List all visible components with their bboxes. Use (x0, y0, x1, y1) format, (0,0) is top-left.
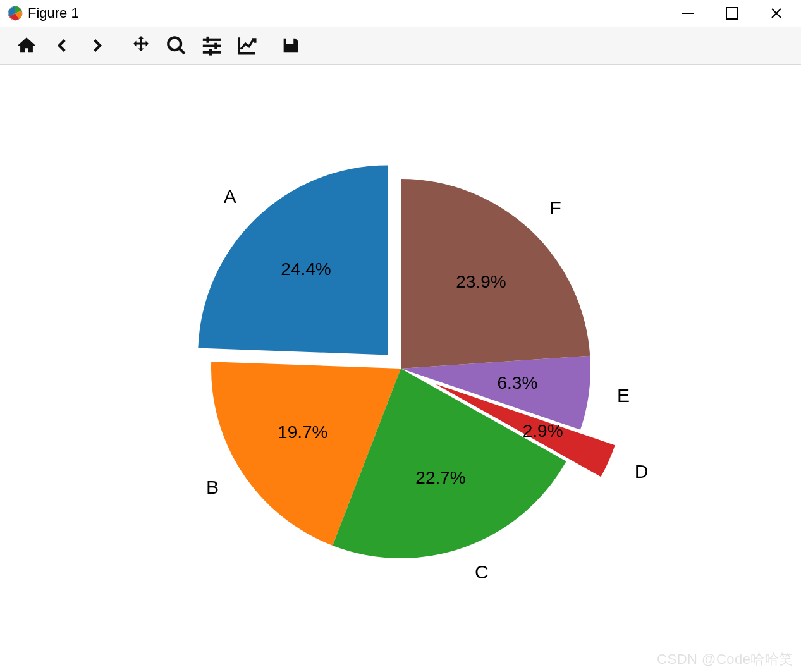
subplots-button[interactable] (194, 30, 229, 61)
svg-rect-8 (291, 39, 293, 43)
pie-percent-label: 23.9% (456, 271, 506, 291)
minimize-button[interactable] (666, 0, 710, 27)
titlebar: Figure 1 (0, 0, 801, 27)
pie-category-label: A (223, 186, 236, 207)
pie-category-label: D (634, 460, 648, 481)
pie-percent-label: 24.4% (281, 259, 331, 278)
pie-category-label: C (474, 561, 488, 582)
pie-category-label: F (549, 197, 561, 217)
pie-category-label: B (206, 476, 219, 497)
pie-percent-label: 6.3% (497, 372, 537, 392)
forward-icon (87, 35, 108, 56)
zoom-icon (166, 35, 187, 56)
svg-rect-3 (207, 37, 209, 43)
svg-rect-4 (203, 45, 221, 47)
svg-point-1 (168, 37, 181, 50)
close-button[interactable] (754, 0, 798, 27)
save-button[interactable] (273, 30, 309, 61)
move-icon (130, 34, 152, 57)
close-icon (770, 7, 783, 20)
watermark: CSDN @Code哈哈笑 (657, 650, 793, 669)
save-icon (280, 35, 302, 56)
home-icon (16, 35, 37, 56)
plot-canvas[interactable]: 24.4%A19.7%B22.7%C2.9%D6.3%E23.9%F CSDN … (0, 65, 801, 672)
window-title: Figure 1 (28, 5, 79, 21)
axes-button[interactable] (229, 30, 265, 61)
toolbar-separator (269, 33, 269, 58)
svg-rect-2 (203, 39, 221, 41)
svg-rect-5 (214, 43, 217, 49)
pie-category-label: E (617, 384, 630, 405)
window-controls (666, 0, 798, 27)
pie-percent-label: 2.9% (522, 420, 563, 440)
zoom-button[interactable] (159, 30, 194, 61)
chart-icon (236, 35, 258, 56)
maximize-button[interactable] (710, 0, 754, 27)
app-icon (8, 6, 23, 21)
pan-button[interactable] (123, 30, 159, 61)
pie-chart: 24.4%A19.7%B22.7%C2.9%D6.3%E23.9%F (116, 103, 685, 637)
toolbar (0, 27, 801, 65)
back-button[interactable] (44, 30, 80, 61)
forward-button[interactable] (80, 30, 115, 61)
toolbar-separator (119, 33, 119, 58)
pie-percent-label: 22.7% (415, 468, 465, 487)
pie-percent-label: 19.7% (278, 422, 327, 441)
back-icon (51, 35, 73, 56)
home-button[interactable] (9, 30, 44, 61)
svg-rect-7 (209, 49, 212, 56)
sliders-icon (201, 35, 223, 56)
maximize-icon (726, 7, 738, 20)
minimize-icon (682, 13, 694, 14)
